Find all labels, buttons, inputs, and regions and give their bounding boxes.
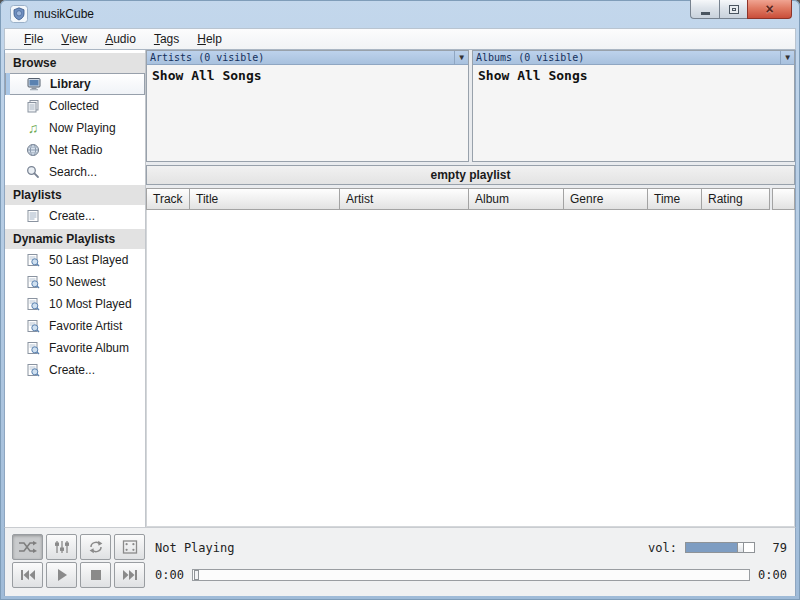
sidebar-item-label: Collected <box>49 99 99 113</box>
column-header-title[interactable]: Title <box>190 188 340 210</box>
volume-value: 79 <box>763 541 787 555</box>
sidebar-item-library[interactable]: Library <box>5 73 145 95</box>
sidebar-item-50-last-played[interactable]: 50 Last Played <box>5 249 145 271</box>
stop-icon <box>90 569 102 581</box>
repeat-icon <box>87 540 105 554</box>
playlist-table-body[interactable] <box>146 210 795 527</box>
sidebar-header-playlists: Playlists <box>5 185 145 205</box>
volume-label: vol: <box>648 541 677 555</box>
dynamic-playlist-icon <box>25 252 41 268</box>
menu-view[interactable]: View <box>52 29 96 49</box>
sidebar-header-browse: Browse <box>5 53 145 73</box>
albums-pane: Albums (0 visible) ▼ Show All Songs <box>472 50 795 162</box>
sidebar-item-search[interactable]: Search... <box>5 161 145 183</box>
artists-pane-title: Artists (0 visible) <box>150 52 264 63</box>
library-icon <box>26 76 42 92</box>
total-time: 0:00 <box>758 568 787 582</box>
column-header-album[interactable]: Album <box>469 188 564 210</box>
playlist-column-headers: Track Title Artist Album Genre Time Rati… <box>146 188 795 210</box>
albums-pane-title: Albums (0 visible) <box>476 52 584 63</box>
now-playing-status: Not Playing <box>155 541 234 555</box>
sidebar-item-net-radio[interactable]: Net Radio <box>5 139 145 161</box>
sidebar-item-label: Create... <box>49 363 95 377</box>
sidebar-item-10-most-played[interactable]: 10 Most Played <box>5 293 145 315</box>
volume-fill <box>686 543 738 552</box>
title-bar: musikCube × <box>4 0 796 28</box>
chevron-down-icon[interactable]: ▼ <box>454 51 468 64</box>
sidebar-item-label: Create... <box>49 209 95 223</box>
volume-thumb[interactable] <box>737 542 744 553</box>
app-logo-icon <box>10 5 28 23</box>
column-header-track[interactable]: Track <box>146 188 190 210</box>
sidebar-item-label: 50 Newest <box>49 275 106 289</box>
sidebar-item-50-newest[interactable]: 50 Newest <box>5 271 145 293</box>
sidebar-item-create-dynamic-playlist[interactable]: Create... <box>5 359 145 381</box>
albums-pane-header[interactable]: Albums (0 visible) ▼ <box>473 51 794 65</box>
previous-button[interactable] <box>12 562 43 588</box>
maximize-button[interactable] <box>719 0 747 19</box>
maximize-icon <box>729 5 739 14</box>
sidebar-item-favorite-album[interactable]: Favorite Album <box>5 337 145 359</box>
column-header-artist[interactable]: Artist <box>340 188 469 210</box>
shuffle-button[interactable] <box>12 534 43 560</box>
search-icon <box>25 164 41 180</box>
menu-tags[interactable]: Tags <box>145 29 188 49</box>
sidebar-item-favorite-artist[interactable]: Favorite Artist <box>5 315 145 337</box>
show-all-songs-entry[interactable]: Show All Songs <box>478 68 588 83</box>
dynamic-playlist-icon <box>25 318 41 334</box>
play-button[interactable] <box>46 562 77 588</box>
transport-bar: Not Playing vol: 79 0:00 0:00 <box>4 527 796 596</box>
minimize-icon <box>701 12 710 15</box>
artists-list[interactable]: Show All Songs <box>147 65 468 161</box>
sidebar-item-label: 50 Last Played <box>49 253 128 267</box>
dynamic-playlist-icon <box>25 296 41 312</box>
sidebar-item-label: Library <box>50 77 91 91</box>
playlist-status-text: empty playlist <box>430 168 510 182</box>
dynamic-playlist-icon <box>25 274 41 290</box>
chevron-down-icon[interactable]: ▼ <box>780 51 794 64</box>
show-all-songs-entry[interactable]: Show All Songs <box>152 68 262 83</box>
menu-file[interactable]: File <box>15 29 52 49</box>
previous-icon <box>19 569 37 581</box>
sidebar-item-label: 10 Most Played <box>49 297 132 311</box>
column-header-time[interactable]: Time <box>648 188 702 210</box>
sidebar-item-label: Now Playing <box>49 121 116 135</box>
stop-button[interactable] <box>80 562 111 588</box>
sidebar: Browse Library Collected ♫ Now Playing <box>5 50 146 527</box>
sidebar-item-label: Favorite Artist <box>49 319 122 333</box>
dynamic-playlist-icon <box>25 362 41 378</box>
shuffle-icon <box>18 540 38 554</box>
sidebar-item-now-playing[interactable]: ♫ Now Playing <box>5 117 145 139</box>
seek-slider[interactable] <box>192 569 750 581</box>
window-title: musikCube <box>34 7 94 21</box>
volume-slider[interactable] <box>685 542 755 553</box>
sidebar-item-collected[interactable]: Collected <box>5 95 145 117</box>
dynamic-playlist-icon <box>25 340 41 356</box>
menu-audio[interactable]: Audio <box>96 29 145 49</box>
column-header-filler <box>772 188 795 210</box>
repeat-button[interactable] <box>80 534 111 560</box>
equalizer-button[interactable] <box>46 534 77 560</box>
artists-pane-header[interactable]: Artists (0 visible) ▼ <box>147 51 468 65</box>
play-icon <box>55 568 69 582</box>
net-radio-globe-icon <box>25 142 41 158</box>
next-icon <box>121 569 139 581</box>
next-button[interactable] <box>114 562 145 588</box>
collected-icon <box>25 98 41 114</box>
albums-list[interactable]: Show All Songs <box>473 65 794 161</box>
minimize-button[interactable] <box>690 0 719 19</box>
sidebar-item-label: Favorite Album <box>49 341 129 355</box>
sidebar-item-label: Net Radio <box>49 143 102 157</box>
column-header-genre[interactable]: Genre <box>564 188 648 210</box>
menu-bar: File View Audio Tags Help <box>4 28 796 50</box>
sidebar-item-label: Search... <box>49 165 97 179</box>
main-area: Artists (0 visible) ▼ Show All Songs Alb… <box>146 50 795 527</box>
visualizer-button[interactable] <box>114 534 145 560</box>
menu-help[interactable]: Help <box>188 29 231 49</box>
artists-pane: Artists (0 visible) ▼ Show All Songs <box>146 50 469 162</box>
seek-thumb[interactable] <box>194 570 199 580</box>
close-button[interactable]: × <box>747 0 792 19</box>
column-header-rating[interactable]: Rating <box>702 188 770 210</box>
close-icon: × <box>765 2 773 16</box>
sidebar-item-create-playlist[interactable]: Create... <box>5 205 145 227</box>
